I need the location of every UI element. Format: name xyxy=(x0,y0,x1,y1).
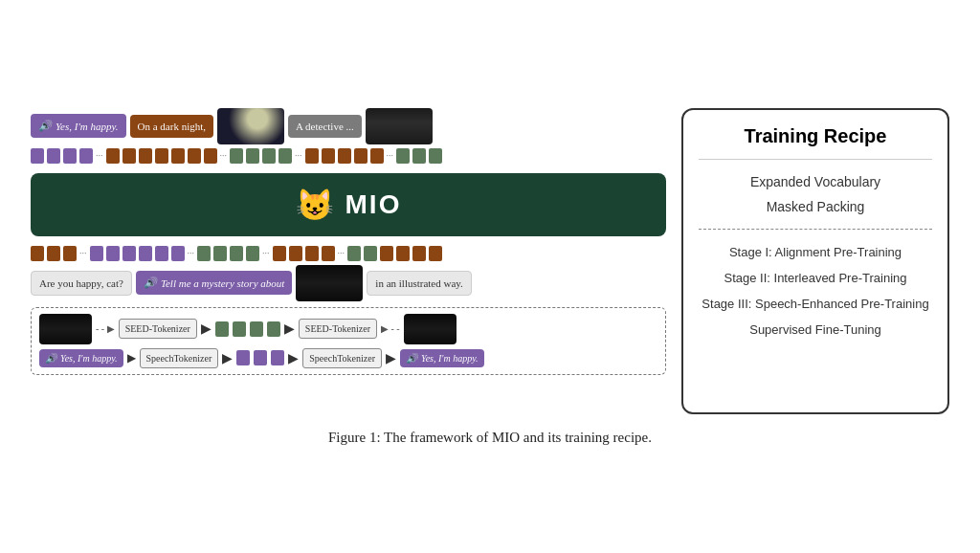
mio-cat-icon: 😺 xyxy=(296,187,334,223)
token-block xyxy=(31,246,44,261)
seed-tokenizer-row: - - ▶ SEED-Tokenizer ▶ ▶ SEED-Tokenizer … xyxy=(39,314,657,344)
token-block xyxy=(278,148,292,164)
token-block xyxy=(396,246,410,261)
token-block xyxy=(213,246,227,261)
mio-title: MIO xyxy=(345,189,402,220)
token-block xyxy=(188,148,201,164)
token-block xyxy=(429,148,442,164)
arrow-3: ▶ xyxy=(127,351,136,365)
input-text1-box: On a dark night, xyxy=(130,115,213,138)
output-text2-box: in an illustrated way. xyxy=(367,271,472,296)
recipe-stage-4: Supervised Fine-Tuning xyxy=(699,317,932,343)
speaker-icon-4: 🔊 xyxy=(406,353,417,364)
arrow-4: ▶ xyxy=(222,350,233,366)
token-block xyxy=(273,246,286,261)
arrow-5: ▶ xyxy=(288,350,299,366)
output-speech-text: Tell me a mystery story about xyxy=(161,277,284,289)
token-block xyxy=(262,148,276,164)
token-block xyxy=(246,148,259,164)
token-block xyxy=(171,246,185,261)
recipe-items-top: Expanded Vocabulary Masked Packing xyxy=(699,160,932,230)
token-block xyxy=(230,246,243,261)
yes-happy-1: Yes, I'm happy. xyxy=(60,353,118,364)
token-block xyxy=(254,350,267,365)
token-row-2: ··· ··· ··· ··· xyxy=(31,246,666,261)
token-block xyxy=(90,246,103,261)
output-image-seed xyxy=(404,314,457,344)
input-text2: A detective ... xyxy=(296,121,354,132)
token-block xyxy=(246,246,259,261)
token-block xyxy=(354,148,368,164)
token-block xyxy=(289,246,302,261)
dots: ··· xyxy=(295,150,302,161)
token-block xyxy=(396,148,410,164)
token-block xyxy=(47,148,60,164)
token-block xyxy=(322,246,335,261)
image-moon xyxy=(217,108,284,144)
token-block xyxy=(347,246,361,261)
token-block xyxy=(338,148,351,164)
token-block xyxy=(215,321,229,337)
token-block xyxy=(197,246,211,261)
speech-tokenizer-2: SpeechTokenizer xyxy=(309,353,375,364)
token-block xyxy=(370,148,384,164)
recipe-stage-2: Stage II: Interleaved Pre-Training xyxy=(699,265,932,291)
token-block xyxy=(236,350,250,365)
token-row-1: ··· ··· ··· xyxy=(31,148,666,164)
input-speech-text: Yes, I'm happy. xyxy=(56,121,119,132)
seed-tokenizer-1: SEED-Tokenizer xyxy=(125,323,190,334)
token-block xyxy=(412,148,426,164)
dots: ··· xyxy=(188,248,195,258)
recipe-item-masked-packing: Masked Packing xyxy=(699,194,932,219)
dots: ··· xyxy=(220,150,228,161)
token-block xyxy=(155,246,168,261)
figure-caption: Figure 1: The framework of MIO and its t… xyxy=(328,430,652,446)
token-block xyxy=(122,148,136,164)
output-text1-box: Are you happy, cat? xyxy=(31,271,132,296)
main-content: 🔊 Yes, I'm happy. On a dark night, A det… xyxy=(31,108,949,414)
dots: ··· xyxy=(387,150,394,161)
token-block xyxy=(155,148,168,164)
output-speech-box: 🔊 Tell me a mystery story about xyxy=(136,271,292,295)
token-block xyxy=(122,246,136,261)
speech-tokenizer-1: SpeechTokenizer xyxy=(146,353,212,364)
speech-tokenizer-row: 🔊 Yes, I'm happy. ▶ SpeechTokenizer ▶ ▶ … xyxy=(39,348,657,368)
token-block xyxy=(250,321,263,337)
recipe-title: Training Recipe xyxy=(699,125,932,160)
tokenizer-section: - - ▶ SEED-Tokenizer ▶ ▶ SEED-Tokenizer … xyxy=(31,307,666,375)
recipe-stage-3: Stage III: Speech-Enhanced Pre-Training xyxy=(699,291,932,317)
token-block xyxy=(305,148,319,164)
token-block xyxy=(380,246,393,261)
dots: ··· xyxy=(79,248,87,258)
dots: ··· xyxy=(96,150,103,161)
input-row-1: 🔊 Yes, I'm happy. On a dark night, A det… xyxy=(31,108,666,144)
seed-tokenizer-1-box: SEED-Tokenizer xyxy=(119,319,197,339)
token-block xyxy=(429,246,442,261)
yes-happy-2: Yes, I'm happy. xyxy=(421,353,479,364)
token-block xyxy=(106,148,120,164)
token-block xyxy=(364,246,377,261)
token-block xyxy=(79,148,93,164)
speech-tokenizer-2-box: SpeechTokenizer xyxy=(302,348,382,368)
token-block xyxy=(271,350,284,365)
recipe-stage-1: Stage I: Alignment Pre-Training xyxy=(699,239,932,265)
recipe-panel: Training Recipe Expanded Vocabulary Mask… xyxy=(681,108,949,414)
dashed-arrow-right: ▶ - - xyxy=(381,323,400,334)
token-block xyxy=(204,148,217,164)
image-detective-1 xyxy=(366,108,433,144)
speech-tokenizer-1-box: SpeechTokenizer xyxy=(140,348,219,368)
input-text2-box: A detective ... xyxy=(288,115,362,138)
token-block xyxy=(63,148,77,164)
token-block xyxy=(171,148,185,164)
figure-container: 🔊 Yes, I'm happy. On a dark night, A det… xyxy=(31,108,949,446)
speaker-icon: 🔊 xyxy=(38,120,52,132)
arrow-6: ▶ xyxy=(386,350,396,366)
token-block xyxy=(267,321,280,337)
token-block xyxy=(230,148,243,164)
recipe-items-bottom: Stage I: Alignment Pre-Training Stage II… xyxy=(699,230,932,352)
image-detective-2 xyxy=(296,265,363,301)
speaker-icon-2: 🔊 xyxy=(144,276,157,289)
mio-box: 😺 MIO xyxy=(31,173,666,236)
output-text1: Are you happy, cat? xyxy=(39,277,123,289)
token-block xyxy=(139,246,152,261)
